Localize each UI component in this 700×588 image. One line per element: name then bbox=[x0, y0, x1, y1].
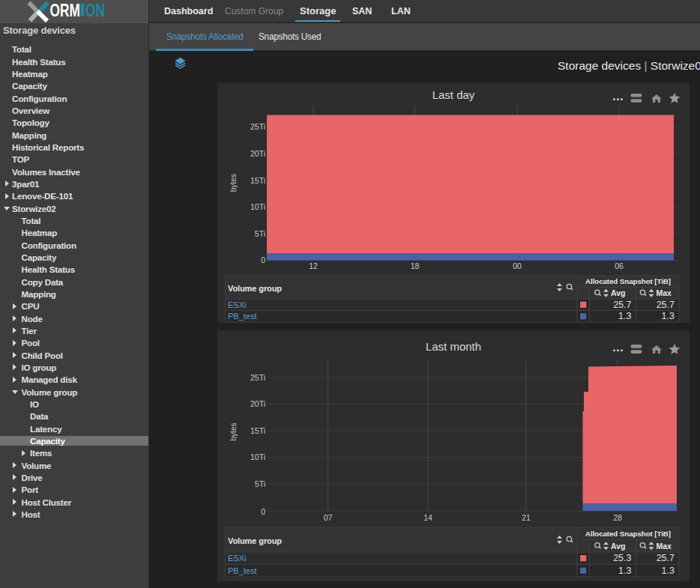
svg-text:ESXi: ESXi bbox=[228, 300, 246, 309]
svg-text:18: 18 bbox=[411, 261, 420, 270]
svg-text:ON: ON bbox=[85, 0, 105, 19]
svg-text:5Ti: 5Ti bbox=[255, 479, 265, 488]
svg-text:25.7: 25.7 bbox=[657, 300, 675, 310]
svg-text:1.3: 1.3 bbox=[662, 311, 675, 321]
svg-text:25Ti: 25Ti bbox=[250, 373, 265, 382]
svg-text:0: 0 bbox=[261, 507, 265, 516]
svg-text:15Ti: 15Ti bbox=[250, 426, 265, 435]
svg-text:25.7: 25.7 bbox=[613, 300, 631, 310]
svg-text:Volume group: Volume group bbox=[228, 536, 282, 545]
svg-text:25.3: 25.3 bbox=[613, 553, 631, 563]
svg-text:PB_test: PB_test bbox=[228, 312, 257, 321]
svg-text:ESXi: ESXi bbox=[228, 554, 246, 563]
svg-text:Last month: Last month bbox=[426, 340, 481, 353]
svg-text:25Ti: 25Ti bbox=[250, 122, 265, 131]
svg-text:1.3: 1.3 bbox=[618, 311, 631, 321]
svg-text:15Ti: 15Ti bbox=[250, 176, 265, 185]
svg-text:21: 21 bbox=[522, 513, 531, 522]
svg-text:10Ti: 10Ti bbox=[250, 202, 265, 211]
svg-text:28: 28 bbox=[613, 513, 622, 522]
svg-text:bytes: bytes bbox=[229, 423, 238, 441]
svg-text:25.7: 25.7 bbox=[657, 553, 675, 563]
svg-text:20Ti: 20Ti bbox=[250, 399, 265, 408]
svg-text:14: 14 bbox=[423, 513, 432, 522]
svg-text:1.3: 1.3 bbox=[618, 566, 631, 576]
svg-text:PB_test: PB_test bbox=[228, 566, 257, 575]
svg-text:20Ti: 20Ti bbox=[250, 149, 265, 158]
svg-text:1.3: 1.3 bbox=[662, 566, 675, 576]
svg-text:5Ti: 5Ti bbox=[255, 229, 265, 238]
svg-text:bytes: bytes bbox=[229, 174, 238, 192]
svg-text:07: 07 bbox=[324, 513, 333, 522]
svg-text:Max: Max bbox=[657, 542, 672, 551]
svg-text:12: 12 bbox=[309, 261, 318, 270]
svg-text:06: 06 bbox=[615, 261, 624, 270]
svg-text:00: 00 bbox=[513, 261, 522, 270]
svg-text:10Ti: 10Ti bbox=[250, 452, 265, 461]
svg-text:Last day: Last day bbox=[432, 88, 475, 101]
svg-text:0: 0 bbox=[261, 255, 265, 264]
svg-text:Allocated Snapshot [TiB]: Allocated Snapshot [TiB] bbox=[585, 277, 671, 285]
svg-text:Allocated Snapshot [TiB]: Allocated Snapshot [TiB] bbox=[585, 530, 671, 538]
svg-text:Avg: Avg bbox=[611, 542, 625, 551]
svg-text:Avg: Avg bbox=[611, 288, 625, 297]
svg-text:ORM: ORM bbox=[50, 0, 80, 19]
svg-text:Volume group: Volume group bbox=[228, 284, 282, 293]
svg-text:Max: Max bbox=[657, 288, 672, 297]
